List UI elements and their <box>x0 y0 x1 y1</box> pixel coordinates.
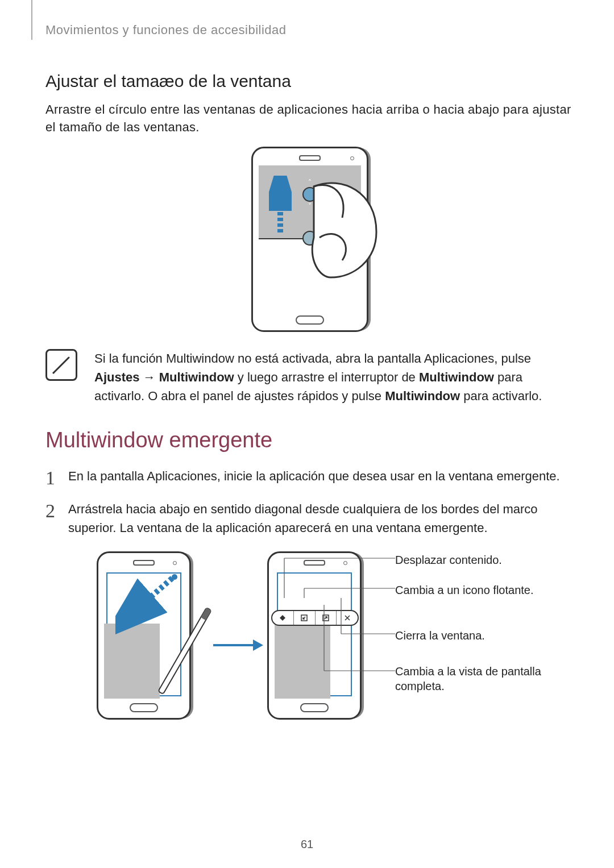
figure-popup-multiwindow: Desplazar contenido. Cambia a un icono f… <box>68 551 574 733</box>
svg-rect-3 <box>158 607 211 693</box>
page-number: 61 <box>0 838 614 851</box>
section-body-resize-window: Arrastre el círculo entre las ventanas d… <box>45 101 574 136</box>
callout-desplazar: Desplazar contenido. <box>395 553 502 567</box>
figure-resize-window: ˄ ˅ <box>45 147 574 332</box>
manual-page: Movimientos y funciones de accesibilidad… <box>0 0 614 868</box>
step-2: Arrástrela hacia abajo en sentido diagon… <box>45 500 574 537</box>
running-header: Movimientos y funciones de accesibilidad <box>45 23 574 38</box>
steps-list: En la pantalla Aplicaciones, inicie la a… <box>45 467 574 537</box>
margin-rule <box>31 0 32 40</box>
hand-icon <box>308 169 422 283</box>
callout-flotante: Cambia a un icono flotante. <box>395 583 534 597</box>
stylus-icon <box>142 597 239 711</box>
note-text: Si la función Multiwindow no está activa… <box>94 349 574 405</box>
note-icon <box>45 349 77 381</box>
callout-pantalla-completa: Cambia a la vista de pantalla completa. <box>395 664 554 693</box>
callout-cerrar: Cierra la ventana. <box>395 628 485 643</box>
step-1: En la pantalla Aplicaciones, inicie la a… <box>45 467 574 485</box>
arrow-up-icon <box>269 176 292 238</box>
svg-point-2 <box>172 574 177 580</box>
section-title-popup-multiwindow: Multiwindow emergente <box>45 428 574 452</box>
section-title-resize-window: Ajustar el tamaæo de la ventana <box>45 72 574 91</box>
note-block: Si la función Multiwindow no está activa… <box>45 349 574 405</box>
arrow-right-icon <box>213 637 264 654</box>
